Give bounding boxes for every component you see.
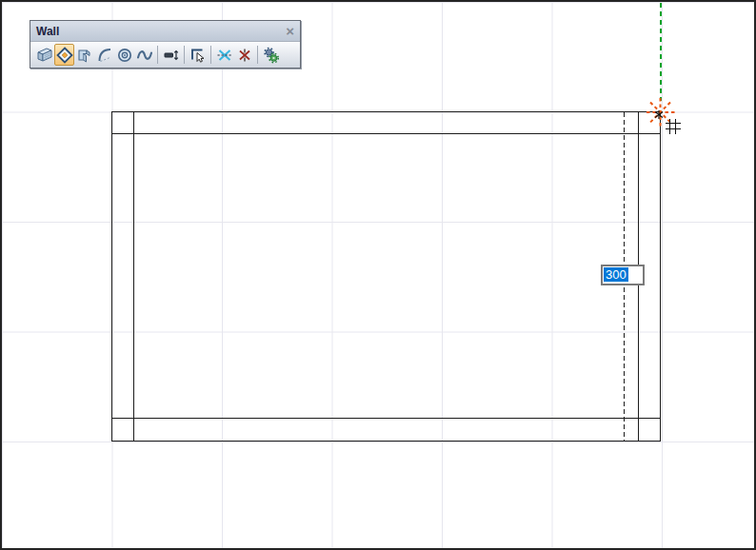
break-intersection-icon [236, 47, 253, 64]
toolbar-separator [157, 46, 158, 64]
curved-wall-button[interactable] [94, 44, 114, 66]
spline-wall-button[interactable] [134, 44, 154, 66]
straight-wall-button[interactable] [34, 44, 54, 66]
wall-outline[interactable] [112, 112, 661, 442]
rectangular-wall-icon [56, 47, 73, 64]
rectangular-wall-button[interactable] [54, 44, 74, 66]
circular-wall-button[interactable] [114, 44, 134, 66]
toolbar-title: Wall [36, 25, 59, 38]
wall-settings-button[interactable] [261, 44, 281, 66]
toolbar-separator [257, 46, 258, 64]
curved-wall-icon [96, 47, 113, 64]
wall-toolbar-titlebar[interactable]: Wall × [30, 21, 300, 42]
length-input[interactable]: 300 [601, 265, 645, 285]
close-icon[interactable]: × [286, 24, 294, 38]
wall-toolbar-buttons [30, 42, 300, 68]
gear-icon [263, 47, 280, 64]
toolbar-separator [210, 46, 211, 64]
snap-intersection-icon [216, 47, 233, 64]
circular-wall-icon [116, 47, 133, 64]
straight-wall-icon [36, 47, 53, 64]
reference-line-button[interactable] [188, 44, 208, 66]
length-input-selected-text: 300 [604, 267, 628, 282]
wall-width-button[interactable] [161, 44, 181, 66]
break-intersection-button[interactable] [234, 44, 254, 66]
corner-wall-icon [76, 47, 93, 64]
reference-line-icon [189, 47, 207, 64]
toolbar-separator [184, 46, 185, 64]
drawing-canvas[interactable]: 300 Wall × [0, 0, 756, 550]
wall-width-icon [163, 47, 180, 64]
spline-wall-icon [136, 47, 153, 64]
snap-intersection-button[interactable] [214, 44, 234, 66]
corner-wall-button[interactable] [74, 44, 94, 66]
wall-toolbar[interactable]: Wall × [30, 20, 301, 69]
